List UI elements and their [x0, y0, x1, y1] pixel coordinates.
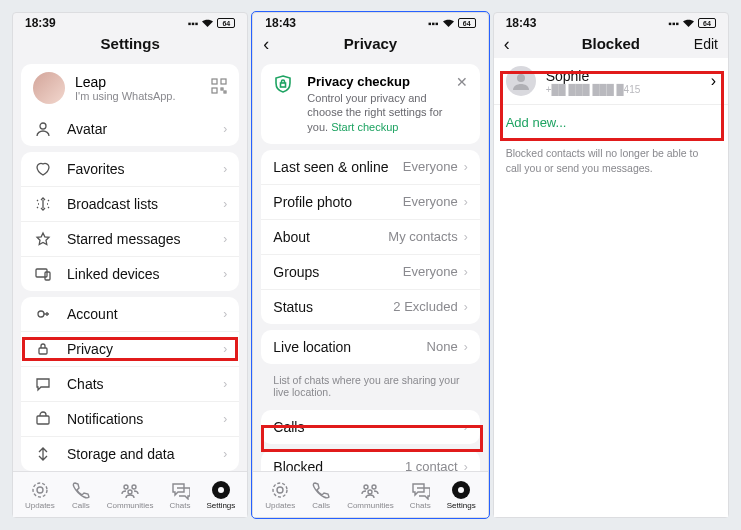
- svg-point-22: [364, 485, 368, 489]
- svg-rect-10: [37, 416, 49, 424]
- row-groups[interactable]: GroupsEveryone›: [261, 255, 479, 290]
- tab-calls[interactable]: Calls: [71, 480, 91, 510]
- tab-updates[interactable]: Updates: [265, 480, 295, 510]
- svg-point-26: [458, 487, 464, 493]
- status-right: ▪▪▪ 64: [668, 18, 716, 29]
- tab-settings[interactable]: Settings: [447, 480, 476, 510]
- svg-point-23: [372, 485, 376, 489]
- tab-updates[interactable]: Updates: [25, 480, 55, 510]
- signal-icon: ▪▪▪: [668, 18, 679, 29]
- chats-icon: [33, 376, 53, 392]
- status-bar: 18:39 ▪▪▪ 64: [13, 13, 247, 32]
- row-label: Privacy: [67, 341, 223, 357]
- profile-status: I'm using WhatsApp.: [75, 90, 176, 102]
- tab-label: Communities: [347, 501, 394, 510]
- row-about[interactable]: AboutMy contacts›: [261, 220, 479, 255]
- contact-name: Sophie: [546, 68, 641, 84]
- svg-rect-0: [212, 79, 217, 84]
- broadcast-lists-icon: [33, 196, 53, 212]
- privacy-checkup[interactable]: Privacy checkup Control your privacy and…: [261, 64, 479, 144]
- communities-icon: [360, 480, 380, 500]
- row-storage-and-data[interactable]: Storage and data›: [21, 437, 239, 471]
- blocked-contact-row[interactable]: Sophie +██ ███ ███ █415 ›: [494, 58, 728, 105]
- row-privacy[interactable]: Privacy›: [21, 332, 239, 367]
- chevron-right-icon: ›: [223, 447, 227, 461]
- header: Settings: [13, 32, 247, 58]
- edit-button[interactable]: Edit: [694, 36, 718, 52]
- row-label: Broadcast lists: [67, 196, 223, 212]
- row-favorites[interactable]: Favorites›: [21, 152, 239, 187]
- chevron-right-icon: ›: [711, 72, 716, 90]
- add-new-button[interactable]: Add new...: [494, 105, 728, 140]
- svg-point-12: [33, 483, 47, 497]
- header: ‹ Privacy: [253, 32, 487, 58]
- row-status[interactable]: Status2 Excluded›: [261, 290, 479, 324]
- chevron-right-icon: ›: [464, 160, 468, 174]
- starred-messages-icon: [33, 231, 53, 247]
- chevron-right-icon: ›: [464, 300, 468, 314]
- profile-row[interactable]: Leap I'm using WhatsApp.: [21, 64, 239, 112]
- chevron-right-icon: ›: [223, 122, 227, 136]
- back-button[interactable]: ‹: [504, 34, 510, 55]
- tab-communities[interactable]: Communities: [107, 480, 154, 510]
- svg-rect-19: [281, 83, 286, 87]
- close-icon[interactable]: ✕: [456, 74, 468, 90]
- checkup-link[interactable]: Start checkup: [331, 121, 398, 133]
- battery-icon: 64: [698, 18, 716, 28]
- notifications-icon: [33, 411, 53, 427]
- signal-icon: ▪▪▪: [188, 18, 199, 29]
- row-label: Avatar: [67, 121, 223, 137]
- row-live-location[interactable]: Live location None ›: [261, 330, 479, 364]
- updates-icon: [270, 480, 290, 500]
- row-blocked[interactable]: Blocked 1 contact ›: [261, 450, 479, 471]
- row-profile-photo[interactable]: Profile photoEveryone›: [261, 185, 479, 220]
- linked-devices-icon: [33, 266, 53, 282]
- svg-point-27: [517, 74, 525, 82]
- tab-label: Settings: [447, 501, 476, 510]
- chevron-right-icon: ›: [223, 162, 227, 176]
- row-account[interactable]: Account›: [21, 297, 239, 332]
- tab-communities[interactable]: Communities: [347, 480, 394, 510]
- chevron-right-icon: ›: [464, 195, 468, 209]
- chevron-right-icon: ›: [464, 460, 468, 471]
- status-time: 18:43: [265, 16, 296, 30]
- qr-icon[interactable]: [211, 78, 227, 98]
- tab-calls[interactable]: Calls: [311, 480, 331, 510]
- row-starred-messages[interactable]: Starred messages›: [21, 222, 239, 257]
- row-label: Last seen & online: [273, 159, 402, 175]
- svg-point-5: [40, 123, 46, 129]
- communities-icon: [120, 480, 140, 500]
- tab-chats[interactable]: Chats: [169, 480, 190, 510]
- row-last-seen[interactable]: Last seen & onlineEveryone›: [261, 150, 479, 185]
- tab-label: Settings: [206, 501, 235, 510]
- tab-label: Chats: [169, 501, 190, 510]
- row-avatar[interactable]: Avatar ›: [21, 112, 239, 146]
- row-value: 2 Excluded: [393, 299, 457, 314]
- tab-label: Communities: [107, 501, 154, 510]
- battery-icon: 64: [458, 18, 476, 28]
- row-notifications[interactable]: Notifications›: [21, 402, 239, 437]
- checkup-title: Privacy checkup: [307, 74, 455, 89]
- row-linked-devices[interactable]: Linked devices›: [21, 257, 239, 291]
- tab-label: Chats: [410, 501, 431, 510]
- row-value: Everyone: [403, 159, 458, 174]
- chevron-right-icon: ›: [223, 267, 227, 281]
- back-button[interactable]: ‹: [263, 34, 269, 55]
- svg-point-21: [277, 487, 283, 493]
- row-broadcast-lists[interactable]: Broadcast lists›: [21, 187, 239, 222]
- blocked-footnote: Blocked contacts will no longer be able …: [494, 140, 728, 181]
- tab-chats[interactable]: Chats: [410, 480, 431, 510]
- row-calls[interactable]: Calls ›: [261, 410, 479, 444]
- row-label: Starred messages: [67, 231, 223, 247]
- row-label: Calls: [273, 419, 463, 435]
- settings-icon: [451, 480, 471, 500]
- status-bar: 18:43 ▪▪▪ 64: [494, 13, 728, 32]
- chevron-right-icon: ›: [223, 342, 227, 356]
- contact-avatar-icon: [506, 66, 536, 96]
- row-chats[interactable]: Chats›: [21, 367, 239, 402]
- chevron-right-icon: ›: [223, 377, 227, 391]
- tab-settings[interactable]: Settings: [206, 480, 235, 510]
- row-value: Everyone: [403, 194, 458, 209]
- svg-rect-3: [221, 88, 223, 90]
- phone-settings: 18:39 ▪▪▪ 64 Settings Leap I'm using Wha…: [12, 12, 248, 518]
